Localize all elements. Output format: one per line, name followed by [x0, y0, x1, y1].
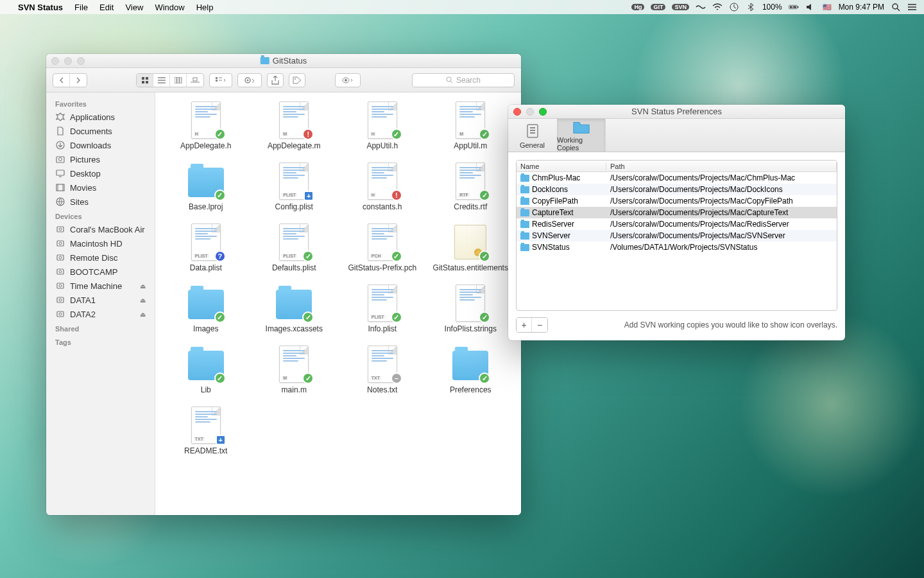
battery-icon[interactable]: [789, 2, 799, 12]
table-row[interactable]: SVNStatus/Volumes/DATA1/Work/Projects/SV…: [517, 241, 837, 253]
file-item[interactable]: H✓AppDelegate.h: [164, 101, 248, 151]
sidebar-item-movies[interactable]: Movies: [46, 180, 155, 195]
sidebar-item-sites[interactable]: Sites: [46, 195, 155, 209]
remove-button[interactable]: −: [532, 318, 547, 332]
add-button[interactable]: +: [517, 318, 532, 332]
file-item[interactable]: H!constants.h: [341, 162, 424, 212]
coverflow-view-button[interactable]: [187, 73, 203, 87]
file-item[interactable]: ✓InfoPlist.strings: [429, 285, 512, 334]
file-item[interactable]: M✓main.m: [252, 346, 336, 395]
sidebar-item-documents[interactable]: Documents: [46, 124, 155, 138]
hg-status-icon[interactable]: Hg: [631, 4, 644, 10]
tags-button[interactable]: [289, 73, 305, 87]
table-row[interactable]: CopyFilePath/Users/coralw/Documents/Proj…: [517, 195, 837, 207]
sidebar-item-device[interactable]: Coral's MacBook Air: [46, 222, 155, 236]
column-view-button[interactable]: [170, 73, 187, 87]
menu-help[interactable]: Help: [196, 3, 214, 12]
file-item[interactable]: PLIST✓Info.plist: [341, 285, 424, 334]
flag-icon[interactable]: 🇺🇸: [822, 2, 832, 12]
menu-file[interactable]: File: [74, 3, 88, 12]
table-row[interactable]: SVNServer/Users/coralw/Documents/Project…: [517, 230, 837, 241]
file-item[interactable]: PCH✓GitStatus-Prefix.pch: [341, 223, 424, 273]
file-item[interactable]: ✓Base.lproj: [164, 162, 248, 212]
sidebar-item-downloads[interactable]: Downloads: [46, 138, 155, 152]
sidebar-item-desktop[interactable]: Desktop: [46, 166, 155, 180]
svg-rect-11: [146, 81, 148, 83]
file-item[interactable]: RTF✓Credits.rtf: [429, 162, 512, 212]
sidebar-item-device[interactable]: DATA1⏏: [46, 293, 155, 307]
menu-view[interactable]: View: [125, 3, 143, 12]
sidebar-item-applications[interactable]: Applications: [46, 110, 155, 124]
tab-working-copies[interactable]: Working Copies: [557, 119, 606, 152]
add-remove-buttons: + −: [516, 317, 548, 333]
forward-button[interactable]: [70, 73, 87, 87]
sync-icon[interactable]: [696, 2, 706, 12]
back-button[interactable]: [53, 73, 70, 87]
svg-rect-38: [57, 283, 64, 288]
eject-icon[interactable]: ⏏: [140, 297, 146, 304]
close-button[interactable]: [513, 108, 521, 116]
column-path[interactable]: Path: [606, 162, 837, 170]
menu-window[interactable]: Window: [155, 3, 184, 12]
close-button[interactable]: [51, 57, 59, 65]
table-row[interactable]: RedisServer/Users/coralw/Documents/Proje…: [517, 218, 837, 230]
column-name[interactable]: Name: [517, 162, 606, 170]
app-menu[interactable]: SVN Status: [18, 3, 63, 12]
minimize-button[interactable]: [526, 108, 534, 116]
row-path: /Users/coralw/Documents/Projects/Mac/Cop…: [606, 197, 837, 206]
file-item[interactable]: TXT–Notes.txt: [341, 346, 424, 395]
action-button[interactable]: [238, 73, 261, 87]
notifications-icon[interactable]: [907, 2, 918, 12]
arrange-button[interactable]: [210, 73, 232, 87]
sidebar-item-device[interactable]: DATA2⏏: [46, 307, 155, 321]
file-item[interactable]: PLIST?Data.plist: [164, 223, 248, 273]
sidebar-item-pictures[interactable]: Pictures: [46, 152, 155, 166]
file-label: AppUtil.m: [454, 141, 487, 151]
file-item[interactable]: PLIST+Config.plist: [252, 162, 336, 212]
prefs-titlebar[interactable]: SVN Status Preferences: [508, 105, 845, 119]
eject-icon[interactable]: ⏏: [140, 283, 146, 290]
wifi-icon[interactable]: [712, 2, 723, 12]
icon-view-button[interactable]: [137, 73, 153, 87]
file-item[interactable]: ✓Lib: [164, 346, 248, 395]
sidebar-item-device[interactable]: Remote Disc: [46, 250, 155, 265]
file-item[interactable]: ✓GitStatus.entitlements: [429, 223, 512, 273]
volume-icon[interactable]: [805, 2, 816, 12]
svn-status-icon[interactable]: SVN: [672, 4, 689, 10]
row-name: DockIcons: [532, 185, 568, 194]
file-item[interactable]: ✓Preferences: [429, 346, 512, 395]
sidebar-item-device[interactable]: BOOTCAMP: [46, 265, 155, 279]
finder-titlebar[interactable]: GitStatus: [46, 54, 521, 68]
table-row[interactable]: CaptureText/Users/coralw/Documents/Proje…: [517, 207, 837, 218]
spotlight-icon[interactable]: [891, 2, 901, 12]
bluetooth-icon[interactable]: [746, 2, 756, 12]
folder-icon: [520, 244, 529, 251]
file-item[interactable]: TXT+README.txt: [164, 407, 248, 456]
sidebar-item-device[interactable]: Macintosh HD: [46, 236, 155, 250]
table-row[interactable]: DockIcons/Users/coralw/Documents/Project…: [517, 184, 837, 195]
zoom-button[interactable]: [77, 57, 85, 65]
file-item[interactable]: PLIST✓Defaults.plist: [252, 223, 336, 273]
clock-icon[interactable]: [729, 2, 739, 12]
clock-text[interactable]: Mon 9:47 PM: [839, 3, 884, 12]
file-item[interactable]: ✓Images.xcassets: [252, 285, 336, 334]
eject-icon[interactable]: ⏏: [140, 311, 146, 318]
tab-general[interactable]: General: [508, 119, 557, 152]
row-path: /Users/coralw/Documents/Projects/Mac/Cap…: [606, 208, 837, 217]
zoom-button[interactable]: [539, 108, 547, 116]
tab-label: Working Copies: [557, 136, 605, 152]
file-item[interactable]: M✓AppUtil.m: [429, 101, 512, 151]
file-item[interactable]: M!AppDelegate.m: [252, 101, 336, 151]
svg-point-33: [59, 242, 62, 245]
git-status-icon[interactable]: GIT: [651, 4, 665, 10]
file-item[interactable]: H✓AppUtil.h: [341, 101, 424, 151]
file-item[interactable]: ✓Images: [164, 285, 248, 334]
table-row[interactable]: ChmPlus-Mac/Users/coralw/Documents/Proje…: [517, 172, 837, 184]
share-button[interactable]: [267, 73, 284, 87]
minimize-button[interactable]: [64, 57, 72, 65]
menu-edit[interactable]: Edit: [99, 3, 114, 12]
sidebar-item-device[interactable]: Time Machine⏏: [46, 279, 155, 293]
dropbox-button[interactable]: [336, 73, 360, 87]
list-view-button[interactable]: [153, 73, 170, 87]
search-field[interactable]: Search: [412, 73, 515, 87]
